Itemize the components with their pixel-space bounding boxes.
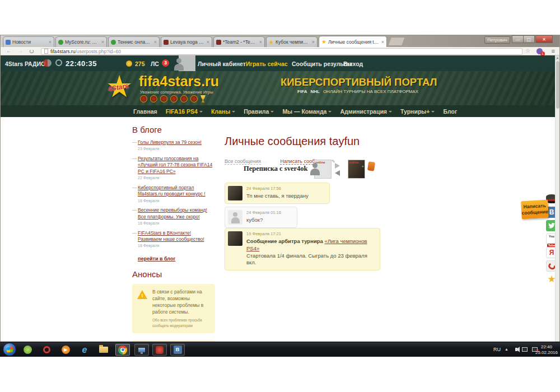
message-item: 24 Февраля 17:56 Тп мне ставь, я твердан… xyxy=(225,183,330,204)
sender-avatar[interactable] xyxy=(228,186,242,200)
nav-label: Правила xyxy=(244,108,269,115)
url-path: /userposts.php?id=60 xyxy=(75,49,121,54)
tab-close-icon[interactable]: × xyxy=(154,39,157,45)
language-indicator[interactable]: RU xyxy=(493,347,501,352)
display-icon[interactable] xyxy=(522,347,528,352)
taskbar-media-player-icon[interactable]: ▶ xyxy=(58,344,73,356)
site-brand[interactable]: fifa4stars.ru xyxy=(139,73,219,90)
scroll-up-arrow[interactable]: ▲ xyxy=(556,55,559,60)
own-avatar[interactable]: online xyxy=(314,160,332,179)
ie-letter: e xyxy=(82,345,87,355)
scrollbar-thumb[interactable] xyxy=(556,61,559,109)
tab-close-icon[interactable]: × xyxy=(259,39,262,45)
sender-avatar[interactable] xyxy=(228,210,242,225)
tab-label: Личные сообщения tayfu xyxy=(328,39,380,45)
tab-tennis[interactable]: Теннис онлайн - Теннис × xyxy=(108,36,160,47)
cabinet-link[interactable]: Личный кабинет xyxy=(198,60,246,67)
nav-team[interactable]: Мы — Команда xyxy=(282,108,332,115)
tab-label: Новости xyxy=(12,39,47,45)
taskbar-ie-icon[interactable]: e xyxy=(77,344,92,356)
radio-icon xyxy=(43,59,52,67)
nav-clans[interactable]: Кланы xyxy=(211,108,235,115)
blog-post-link[interactable]: Весенние перевыборы команд! Все платформ… xyxy=(138,207,207,219)
message-date: 24 Февраля 01:16 xyxy=(246,210,292,215)
taskbar-vk-button[interactable]: B xyxy=(170,344,185,356)
nav-rules[interactable]: Правила xyxy=(244,108,274,115)
taskbar-opera-icon[interactable] xyxy=(39,344,54,356)
blog-post-link[interactable]: Результаты голосования на «Лучший гол 77… xyxy=(138,156,212,174)
chevron-down-icon xyxy=(270,111,274,113)
back-button[interactable]: ← xyxy=(6,48,12,54)
taskbar-explorer-icon[interactable] xyxy=(96,344,111,356)
refresh-button[interactable] xyxy=(30,49,34,53)
play-now-link[interactable]: Играть сейчас xyxy=(246,60,288,67)
nav-blog[interactable]: Блог xyxy=(443,108,457,115)
user-avatar[interactable] xyxy=(179,55,195,71)
tab-myscore[interactable]: MyScore.ru: футбол онла × xyxy=(55,36,107,47)
window-minimize-button[interactable]: — xyxy=(512,35,524,43)
blog-post-link[interactable]: FIFA4Stars в ВКонтакте! Развиваем наше с… xyxy=(138,230,204,242)
myscore-favicon-icon xyxy=(58,40,63,45)
tab-close-icon[interactable]: × xyxy=(381,39,384,45)
all-messages-link[interactable]: Все сообщения xyxy=(225,158,261,165)
nav-fifa16-ps4[interactable]: FIFA16 PS4 xyxy=(166,108,203,115)
site-nav: Главная FIFA16 PS4 Кланы Правила Мы — Ко… xyxy=(1,105,559,117)
tab-close-icon[interactable]: × xyxy=(207,39,209,45)
tray-clock[interactable]: 22:40 25.02.2016 xyxy=(535,344,558,355)
private-messages-link[interactable]: ЛС xyxy=(151,60,159,67)
taskbar-chrome-button[interactable] xyxy=(115,344,130,356)
tray-expand-icon[interactable]: ▲ xyxy=(505,347,508,351)
logout-link[interactable]: Выход xyxy=(343,60,363,67)
nav-home[interactable]: Главная xyxy=(133,108,157,115)
star-favicon-icon: ★ xyxy=(321,39,326,44)
blog-post-link[interactable]: Киберспортивный портал fifa4stars.ru про… xyxy=(138,185,206,197)
tab-close-icon[interactable]: × xyxy=(49,39,52,45)
browser-avatar-icon[interactable]: 1 xyxy=(536,48,543,54)
browser-profile-button[interactable]: Петрович xyxy=(484,36,510,44)
star-favicon-icon: ★ xyxy=(269,40,274,45)
nav-tournaments[interactable]: Турниры+ xyxy=(400,108,435,115)
arbiter-label: Сообщение арбитра турнира xyxy=(246,238,323,244)
address-bar[interactable]: fifa4stars.ru /userposts.php?id=60 xyxy=(41,48,522,55)
start-button[interactable] xyxy=(3,343,16,356)
tab-cup[interactable]: ★ Кубок чемпионата PS4. Ф × xyxy=(266,36,318,47)
tab-messages-active[interactable]: ★ Личные сообщения tayfu × xyxy=(319,36,387,47)
partner-avatar[interactable]: online ✦ xyxy=(348,160,365,179)
portal-title: КИБЕРСПОРТИВНЫЙ ПОРТАЛ xyxy=(281,76,418,88)
announcements-title: Анонсы xyxy=(132,269,215,279)
tab-label: MyScore.ru: футбол онла xyxy=(65,39,100,45)
bookmark-star-icon[interactable]: ☆ xyxy=(525,48,530,54)
chevron-down-icon xyxy=(389,111,392,113)
new-tab-button[interactable] xyxy=(388,37,405,46)
medal-icon xyxy=(190,95,198,102)
taskbar-red-app-button[interactable] xyxy=(152,344,167,356)
trophy-cup-icon xyxy=(200,95,206,102)
blog-list-item: — FIFA4Stars в ВКонтакте! Развиваем наше… xyxy=(132,230,215,249)
site-clock: 22:40:35 xyxy=(66,59,97,68)
page-scrollbar[interactable]: ▲ xyxy=(555,55,559,356)
goto-blog-link[interactable]: перейти в блог xyxy=(138,256,175,262)
messages-main: Личные сообщения tayfun Все сообщения На… xyxy=(225,135,387,148)
tab-news[interactable]: Новости × xyxy=(3,36,54,47)
sender-avatar[interactable] xyxy=(228,231,242,246)
messages-count-badge: 3 xyxy=(162,59,169,67)
tab-close-icon[interactable]: × xyxy=(312,39,315,45)
blog-post-link[interactable]: Голы Ливерпуля за 79 сезон! xyxy=(138,139,202,145)
radio-link[interactable]: 4Stars РАДИО xyxy=(5,60,45,67)
volume-icon[interactable] xyxy=(515,348,517,351)
tab-close-icon[interactable]: × xyxy=(101,39,104,45)
clock-icon xyxy=(55,59,62,66)
window-close-button[interactable]: ✕ xyxy=(535,35,553,43)
tab-team-match[interactable]: *Team2 - *Team8 : мат × xyxy=(213,36,265,47)
window-maximize-button[interactable]: ▢ xyxy=(523,35,535,43)
nav-administration[interactable]: Администрация xyxy=(340,108,392,115)
menu-button[interactable]: ≡ xyxy=(552,48,555,54)
taskbar-icq-icon[interactable] xyxy=(20,344,35,356)
forward-button[interactable]: → xyxy=(17,48,23,54)
blog-list-item: — Голы Ливерпуля за 79 сезон! 23 Февраля xyxy=(132,139,215,152)
tab-levaya-noga[interactable]: Levaya noga samedova (м × xyxy=(161,36,212,47)
online-badge: online xyxy=(349,161,359,164)
taskbar-remote-desktop-button[interactable] xyxy=(134,344,149,356)
tray-date: 25.02.2016 xyxy=(535,350,558,356)
write-message-ribbon[interactable]: Написать сообщение xyxy=(521,200,549,219)
